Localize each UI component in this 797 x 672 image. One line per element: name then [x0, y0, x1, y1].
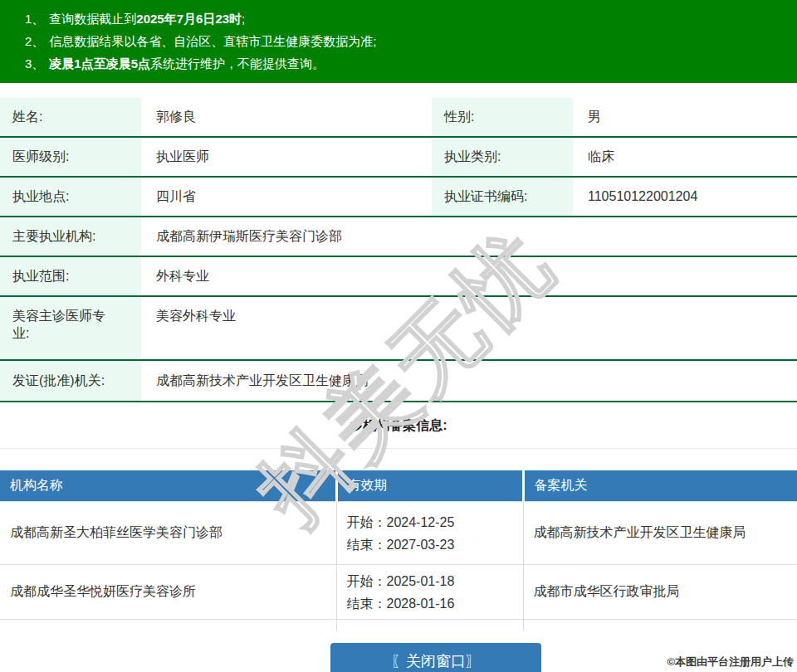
notice-banner: 1、查询数据截止到2025年7月6日23时; 2、信息数据结果以各省、自治区、直… [0, 0, 797, 83]
field-value-name: 郭修良 [141, 98, 432, 137]
field-label-main-institution: 主要执业机构: [0, 217, 141, 256]
column-header-validity: 有效期 [336, 470, 523, 502]
table-row: 主要执业机构: 成都高新伊瑞斯医疗美容门诊部 [0, 217, 797, 256]
institution-name: 成都成华圣华悦妍医疗美容诊所 [0, 565, 336, 620]
notice-text: 信息数据结果以各省、自治区、直辖市卫生健康委数据为准; [49, 34, 376, 48]
notice-text-bold: 2025年7月6日23时 [136, 12, 242, 26]
filing-table: 机构名称 有效期 备案机关 成都高新圣大柏菲丝医学美容门诊部 开始：2024-1… [0, 470, 797, 631]
column-header-authority: 备案机关 [523, 470, 797, 502]
close-window-button[interactable]: 〖关闭窗口〗 [330, 643, 541, 672]
filing-authority: 成都高新技术产业开发区卫生健康局 [523, 502, 797, 565]
validity-period: 开始：2025-01-18 结束：2028-01-16 [336, 565, 523, 620]
notice-text: ; [242, 12, 245, 26]
notice-text: 系统进行维护，不能提供查询。 [150, 56, 325, 71]
field-value-gender: 男 [573, 98, 797, 137]
query-result-page: 1、查询数据截止到2025年7月6日23时; 2、信息数据结果以各省、自治区、直… [0, 0, 797, 672]
field-label-practice-category: 执业类别: [432, 137, 573, 177]
notice-text-bold: 凌晨1点至凌晨5点 [49, 56, 150, 71]
practitioner-info-table: 姓名: 郭修良 性别: 男 医师级别: 执业医师 执业类别: 临床 执业地点: … [0, 98, 797, 402]
field-label-cosmetic-specialty: 美容主诊医师专业: [0, 296, 141, 360]
notice-number: 2、 [25, 34, 44, 48]
end-date: 结束：2028-01-16 [347, 592, 522, 615]
end-date: 结束：2027-03-23 [347, 533, 522, 556]
institution-name: 成都高新圣大柏菲丝医学美容门诊部 [0, 502, 336, 565]
field-value-practice-category: 临床 [573, 137, 797, 177]
start-date: 开始：2024-12-25 [347, 511, 522, 533]
column-header-institution: 机构名称 [0, 470, 336, 502]
field-value-doctor-level: 执业医师 [141, 137, 432, 177]
field-label-practice-scope: 执业范围: [0, 256, 141, 296]
institution-name [0, 620, 336, 632]
field-label-name: 姓名: [0, 98, 141, 137]
filing-row: 成都成华圣华悦妍医疗美容诊所 开始：2025-01-18 结束：2028-01-… [0, 565, 797, 620]
field-label-issuing-authority: 发证(批准)机关: [0, 360, 141, 402]
upload-credit-text: ©本图由平台注册用户上传 [667, 655, 794, 670]
table-row: 美容主诊医师专业: 美容外科专业 [0, 296, 797, 360]
filing-row: 成都高新圣大柏菲丝医学美容门诊部 开始：2024-12-25 结束：2027-0… [0, 502, 797, 565]
table-row: 执业地点: 四川省 执业证书编码: 110510122001204 [0, 177, 797, 217]
field-value-practice-scope: 外科专业 [141, 256, 797, 296]
filing-table-container: 机构名称 有效期 备案机关 成都高新圣大柏菲丝医学美容门诊部 开始：2024-1… [0, 470, 797, 631]
filing-header-row: 机构名称 有效期 备案机关 [0, 470, 797, 502]
table-row: 执业范围: 外科专业 [0, 256, 797, 296]
notice-line-3: 3、凌晨1点至凌晨5点系统进行维护，不能提供查询。 [25, 52, 780, 75]
validity-period: 开始：2024-12-25 结束：2027-03-23 [336, 502, 523, 565]
field-label-certificate-number: 执业证书编码: [432, 177, 573, 217]
field-value-practice-location: 四川省 [141, 177, 432, 217]
field-label-doctor-level: 医师级别: [0, 137, 141, 177]
notice-number: 1、 [25, 12, 44, 26]
filing-row-clipped: 开始：2025-04-18 [0, 620, 797, 632]
field-value-certificate-number: 110510122001204 [573, 177, 797, 217]
notice-line-2: 2、信息数据结果以各省、自治区、直辖市卫生健康委数据为准; [25, 30, 780, 52]
notice-text: 查询数据截止到 [49, 12, 136, 26]
field-value-main-institution: 成都高新伊瑞斯医疗美容门诊部 [141, 217, 797, 256]
field-label-practice-location: 执业地点: [0, 177, 141, 217]
field-label-gender: 性别: [432, 98, 573, 137]
validity-period: 开始：2025-04-18 [336, 620, 523, 632]
field-value-issuing-authority: 成都高新技术产业开发区卫生健康局 [141, 360, 797, 402]
notice-line-1: 1、查询数据截止到2025年7月6日23时; [25, 7, 780, 30]
notice-number: 3、 [25, 56, 44, 71]
table-row: 医师级别: 执业医师 执业类别: 临床 [0, 137, 797, 177]
section-divider [0, 448, 797, 449]
filing-authority [523, 620, 797, 632]
table-row: 发证(批准)机关: 成都高新技术产业开发区卫生健康局 [0, 360, 797, 402]
table-row: 姓名: 郭修良 性别: 男 [0, 98, 797, 137]
start-date: 开始：2025-01-18 [347, 570, 522, 592]
filing-authority: 成都市成华区行政审批局 [523, 565, 797, 620]
field-value-cosmetic-specialty: 美容外科专业 [141, 296, 797, 360]
multi-institution-section-title: 多机构备案信息: [0, 417, 797, 434]
